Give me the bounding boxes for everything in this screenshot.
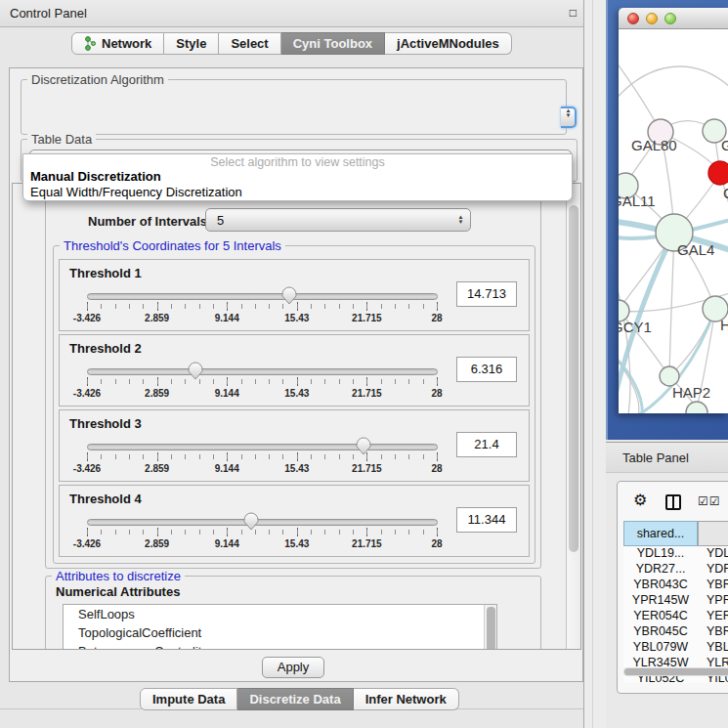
threshold-1-slider[interactable]: -3.426 2.859 9.144 15.43 21.715 28: [85, 285, 445, 330]
tab-discretize-data[interactable]: Discretize Data: [237, 688, 353, 710]
threshold-1-box: Threshold 1 -3.426 2.859 9.144: [59, 259, 530, 331]
threshold-4-box: Threshold 4 -3.426 2.859 9.144: [59, 485, 530, 557]
network-icon: [84, 36, 97, 51]
table-row[interactable]: YDL19...YDL1: [623, 546, 728, 562]
tab-network[interactable]: Network: [71, 32, 164, 55]
right-panel: GAL80 GA C GAL11 GAL4 GCY1 H HAP2 Table …: [606, 0, 728, 728]
thresholds-group: Threshold's Coordinates for 5 Intervals …: [53, 245, 535, 564]
slider-track[interactable]: [87, 519, 438, 526]
network-graph: GAL80 GA C GAL11 GAL4 GCY1 H HAP2: [619, 29, 728, 413]
minor-ticks: [87, 530, 439, 535]
horizontal-scrollbar[interactable]: [623, 667, 728, 676]
tab-impute-data[interactable]: Impute Data: [140, 688, 237, 710]
control-panel: Control Panel □ × Network Style Select C…: [0, 0, 598, 728]
node-bottom-partial[interactable]: [686, 402, 707, 413]
split-pane-divider[interactable]: [583, 0, 606, 728]
list-item[interactable]: BetweennessCentrality: [64, 642, 496, 650]
network-view-window[interactable]: GAL80 GA C GAL11 GAL4 GCY1 H HAP2: [619, 8, 728, 413]
group-title: Threshold's Coordinates for 5 Intervals: [60, 238, 285, 253]
table-row[interactable]: YBR043CYBR0: [623, 578, 728, 593]
threshold-label: Threshold 2: [69, 341, 142, 356]
svg-text:GAL4: GAL4: [677, 241, 714, 258]
column-header-shared-name[interactable]: shared...: [623, 521, 698, 546]
minimize-traffic-light[interactable]: [646, 13, 658, 24]
table-rows: YDL19...YDL1 YDR27...YDR2 YBR043CYBR0 YP…: [623, 546, 728, 683]
table-row[interactable]: YBR045CYBR0: [623, 624, 728, 640]
svg-text:GAL80: GAL80: [631, 137, 677, 153]
threshold-1-value-field[interactable]: 14.713: [456, 281, 517, 307]
tab-select[interactable]: Select: [219, 32, 280, 55]
vertical-scrollbar[interactable]: [566, 184, 580, 649]
slider-track[interactable]: [87, 368, 438, 375]
slider-track[interactable]: [87, 444, 438, 450]
minor-ticks: [87, 379, 439, 384]
network-desktop: GAL80 GA C GAL11 GAL4 GCY1 H HAP2: [606, 0, 728, 440]
network-canvas[interactable]: GAL80 GA C GAL11 GAL4 GCY1 H HAP2: [619, 29, 728, 413]
network-window-titlebar[interactable]: [619, 8, 728, 29]
table-panel-titlebar: Table Panel: [606, 442, 728, 473]
threshold-label: Threshold 3: [69, 416, 142, 431]
scrollbar-thumb[interactable]: [624, 668, 728, 675]
algorithm-combobox-focused-edge[interactable]: ▲▼: [561, 107, 577, 128]
threshold-label: Threshold 1: [69, 266, 142, 280]
list-item[interactable]: SelfLoops: [64, 605, 496, 623]
column-header-name[interactable]: name: [698, 521, 728, 546]
svg-text:GA: GA: [721, 137, 728, 153]
table-panel-title: Table Panel: [622, 450, 689, 465]
control-panel-titlebar: Control Panel □ ×: [0, 0, 598, 27]
apply-button[interactable]: Apply: [262, 657, 324, 678]
threshold-2-box: Threshold 2 -3.426 2.859 9.144: [59, 334, 530, 407]
float-window-icon[interactable]: □: [570, 6, 577, 20]
split-columns-icon[interactable]: [665, 494, 681, 510]
slider-track[interactable]: [87, 293, 438, 300]
tab-cyni-toolbox[interactable]: Cyni Toolbox: [281, 32, 385, 55]
threshold-2-slider[interactable]: -3.426 2.859 9.144 15.43 21.715 28: [85, 361, 445, 406]
scrollbar-thumb[interactable]: [487, 607, 495, 650]
table-panel-body: ⚙ ☑☑ shared... name YDL19...YDL1 YDR27..…: [606, 474, 728, 728]
threshold-label: Threshold 4: [69, 492, 142, 506]
panel-title: Control Panel: [10, 6, 87, 21]
list-scrollbar[interactable]: [484, 605, 496, 650]
top-tabbar: Network Style Select Cyni Toolbox jActiv…: [71, 32, 512, 55]
tab-label: Network: [102, 36, 151, 51]
threshold-3-value-field[interactable]: 21.4: [456, 432, 517, 457]
table-row[interactable]: YER054CYER0: [623, 609, 728, 624]
settings-scrollpane: Interval Definition Number of Intervals …: [12, 183, 581, 650]
svg-text:GCY1: GCY1: [619, 319, 652, 335]
node-hap2[interactable]: [660, 366, 679, 386]
threshold-3-box: Threshold 3 -3.426 2.859 9.144: [59, 409, 530, 482]
threshold-2-value-field[interactable]: 6.316: [456, 357, 517, 382]
table-row[interactable]: YPR145WYPR1: [623, 593, 728, 609]
gear-icon[interactable]: ⚙: [633, 491, 647, 509]
group-title: Table Data: [27, 132, 96, 147]
svg-text:H: H: [720, 317, 728, 333]
svg-text:GAL11: GAL11: [619, 193, 656, 209]
option-manual-discretization[interactable]: Manual Discretization: [30, 169, 161, 184]
threshold-4-slider[interactable]: -3.426 2.859 9.144 15.43 21.715 28: [85, 511, 445, 556]
table-row[interactable]: YBL079WYBL0: [623, 640, 728, 656]
list-item[interactable]: TopologicalCoefficient: [64, 623, 496, 642]
close-traffic-light[interactable]: [627, 13, 639, 24]
discretization-algorithm-group: Discretization Algorithm ▲▼: [21, 79, 567, 135]
tab-style[interactable]: Style: [164, 32, 219, 55]
threshold-4-value-field[interactable]: 11.344: [456, 507, 517, 533]
select-columns-icon[interactable]: ☑☑: [698, 494, 721, 508]
scrollbar-thumb[interactable]: [569, 205, 578, 552]
threshold-3-slider[interactable]: -3.426 2.859 9.144 15.43 21.715 28: [85, 436, 445, 481]
table-row[interactable]: YDR27...YDR2: [623, 562, 728, 578]
node-table-card: ⚙ ☑☑ shared... name YDL19...YDL1 YDR27..…: [617, 481, 728, 694]
option-equal-width-frequency[interactable]: Equal Width/Frequency Discretization: [30, 185, 242, 199]
tab-jactivemnodules[interactable]: jActiveMNodules: [385, 32, 512, 55]
node-table: shared... name YDL19...YDL1 YDR27...YDR2…: [623, 521, 728, 683]
tab-infer-network[interactable]: Infer Network: [354, 688, 459, 710]
zoom-traffic-light[interactable]: [664, 13, 676, 24]
bottom-tabbar: Impute Data Discretize Data Infer Networ…: [140, 688, 459, 710]
table-header-row: shared... name: [623, 521, 728, 546]
node-selected-red[interactable]: [708, 161, 728, 185]
cyni-toolbox-panel: Discretization Algorithm ▲▼ Table Data g…: [9, 67, 583, 682]
group-title: Attributes to discretize: [52, 569, 185, 583]
attributes-to-discretize-group: Attributes to discretize Numerical Attri…: [45, 576, 541, 650]
number-of-intervals-value: 5: [206, 213, 454, 228]
numerical-attributes-label: Numerical Attributes: [56, 584, 180, 599]
number-of-intervals-combobox[interactable]: 5 ▲▼: [205, 208, 471, 232]
